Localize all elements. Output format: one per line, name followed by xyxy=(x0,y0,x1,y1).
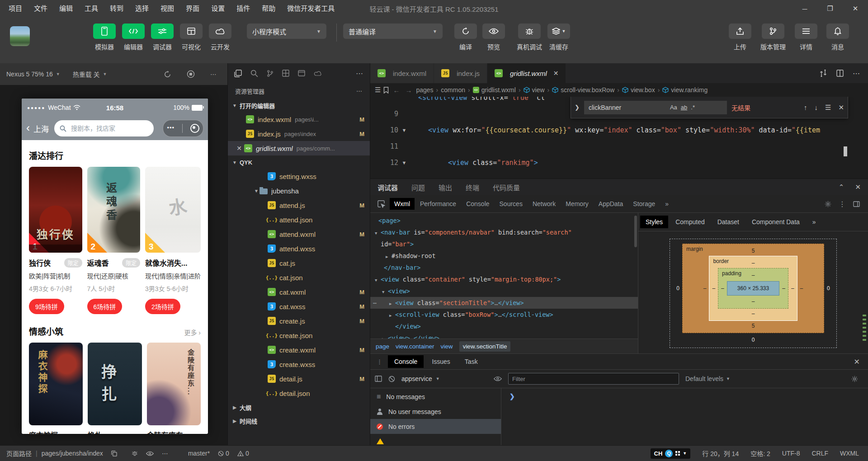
cover-image[interactable]: 独行侠 1 xyxy=(29,167,82,253)
menu-edit[interactable]: 编辑 xyxy=(53,0,79,17)
devtools-tab-wxml[interactable]: Wxml xyxy=(390,198,415,210)
outline-section[interactable]: ▶ 大纲 xyxy=(228,400,370,414)
pending-games-badge[interactable]: 2场待拼 xyxy=(145,299,180,314)
device-select[interactable]: Nexus 5 75% 16 ▼ xyxy=(0,63,66,85)
drag-handle-icon[interactable]: ⋮ xyxy=(377,358,382,365)
file-row[interactable]: cat.json xyxy=(228,270,370,285)
city-label[interactable]: 上海 xyxy=(33,123,49,134)
cloud-icon[interactable] xyxy=(314,71,322,76)
script-card[interactable]: 独行侠 1 独行侠 限定 欧美|阵营|机制 4男3女 6-7小时 9场待拼 xyxy=(29,167,82,314)
script-card[interactable]: 挣扎 挣扎 xyxy=(88,343,142,434)
compare-changes-icon[interactable] xyxy=(819,70,827,77)
devtools-tab-memory[interactable]: Memory xyxy=(561,198,593,210)
script-card[interactable]: 返魂香 2 返魂香 限定 现代|还原|硬核 7人 5小时 6场待拼 xyxy=(87,167,141,314)
collapse-icon[interactable]: ⌃ xyxy=(839,183,844,191)
devtools-tab-sources[interactable]: Sources xyxy=(495,198,527,210)
messages-button[interactable]: 消息 xyxy=(826,24,849,51)
twisty-right-icon[interactable]: ▶ xyxy=(386,251,392,263)
restart-icon[interactable] xyxy=(164,71,171,78)
split-grid-icon[interactable] xyxy=(282,70,289,77)
cover-image[interactable]: 返魂香 2 xyxy=(87,167,141,253)
filter-user-messages[interactable]: No user messages xyxy=(370,404,501,419)
remote-debug-button[interactable]: 真机调试 xyxy=(517,24,542,51)
outline-list-icon[interactable]: ☰ xyxy=(375,86,381,94)
tab-gridlist-wxml[interactable]: gridlist.wxml ✕ xyxy=(487,63,566,83)
twisty-down-icon[interactable]: ▼ xyxy=(375,274,381,286)
eye-icon[interactable] xyxy=(142,451,158,456)
file-row[interactable]: detail.json xyxy=(228,386,370,400)
hot-reload-select[interactable]: 热重载 关 ▼ xyxy=(66,63,113,85)
debug-icon[interactable] xyxy=(127,450,142,456)
input-method-indicator[interactable]: CH Q ▼ xyxy=(651,448,691,459)
fold-chevron-icon[interactable]: ▼ xyxy=(398,155,410,171)
close-icon[interactable]: ✕ xyxy=(234,145,244,152)
find-in-selection-icon[interactable]: ☰ xyxy=(825,103,831,112)
more-icon[interactable]: ⋯ xyxy=(853,69,860,78)
close-icon[interactable]: ✕ xyxy=(854,358,865,366)
console-filter-input[interactable] xyxy=(508,373,679,385)
devtools-tab-network[interactable]: Network xyxy=(528,198,560,210)
match-case-icon[interactable]: Aa xyxy=(670,104,677,111)
maximize-button[interactable]: ❐ xyxy=(817,0,843,17)
tab-code-quality[interactable]: 代码质量 xyxy=(493,183,520,192)
files-icon[interactable] xyxy=(234,70,242,77)
error-count[interactable]: 0 xyxy=(214,450,233,457)
tab-debugger[interactable]: 调试器 xyxy=(377,183,398,192)
minimize-button[interactable]: ─ xyxy=(792,0,817,17)
code-area[interactable]: <scroll-view scroll-x="true" cl 9 10▼ <v… xyxy=(370,97,868,179)
breadcrumb-item[interactable]: view.container xyxy=(396,343,434,350)
file-row[interactable]: setting.wxss xyxy=(228,169,370,183)
clear-console-icon[interactable] xyxy=(388,376,395,382)
close-icon[interactable]: ✕ xyxy=(855,183,861,191)
menu-devtools[interactable]: 微信开发者工具 xyxy=(281,0,340,17)
twisty-right-icon[interactable]: ▶ xyxy=(389,310,395,321)
file-row[interactable]: cat.wxss M xyxy=(228,299,370,314)
pending-games-badge[interactable]: 6场待拼 xyxy=(87,299,123,314)
language-mode[interactable]: WXML xyxy=(840,450,859,457)
devtools-tab-appdata[interactable]: AppData xyxy=(594,198,627,210)
visualization-toggle-button[interactable]: 可视化 xyxy=(180,24,203,51)
filter-errors[interactable]: No errors xyxy=(370,419,501,434)
breadcrumb-item[interactable]: view.box xyxy=(622,86,655,94)
project-section[interactable]: ▼ QYK xyxy=(228,155,370,169)
project-avatar[interactable] xyxy=(10,26,30,46)
close-icon[interactable]: ✕ xyxy=(553,70,559,77)
tab-task[interactable]: Task xyxy=(458,355,484,368)
menu-select[interactable]: 选择 xyxy=(129,0,155,17)
window-icon[interactable] xyxy=(298,70,305,76)
script-card[interactable]: 金陵有座东... 金陵有座东... xyxy=(147,343,201,434)
editor-toggle-button[interactable]: 编辑器 xyxy=(122,24,145,51)
menu-tools[interactable]: 工具 xyxy=(79,0,104,17)
cloud-dev-button[interactable]: 云开发 xyxy=(209,24,231,51)
devtools-tab-storage[interactable]: Storage xyxy=(628,198,660,210)
dock-side-icon[interactable] xyxy=(853,201,860,207)
git-branch-icon[interactable] xyxy=(267,70,274,77)
upload-button[interactable]: 上传 xyxy=(729,24,751,51)
breadcrumb-item[interactable]: view.rankimg xyxy=(662,86,708,94)
more-icon[interactable]: ⋯ xyxy=(210,71,217,78)
padding-box[interactable]: padding – – 360 × 25.333 – – xyxy=(718,268,788,309)
file-row[interactable]: cat.js xyxy=(228,256,370,270)
margin-box[interactable]: margin 5 – border – – xyxy=(682,244,824,333)
menu-plugins[interactable]: 插件 xyxy=(231,0,256,17)
exit-target-icon[interactable] xyxy=(190,124,199,133)
cover-image[interactable]: 麻衣神探 xyxy=(29,343,83,425)
details-button[interactable]: 详情 xyxy=(795,24,817,51)
file-row[interactable]: create.wxss xyxy=(228,357,370,372)
file-row[interactable]: attend.wxss xyxy=(228,241,370,256)
script-card[interactable]: 水 3 就像水消失... 现代|情感|亲情|进阶 3男3女 5-6小时 2场待拼 xyxy=(145,167,201,314)
more-icon[interactable]: ⋯ xyxy=(158,450,172,457)
selected-element-row[interactable]: ⋯▶<view class="sectionTitle">…</view> xyxy=(370,297,638,309)
devtools-tab-performance[interactable]: Performance xyxy=(415,198,461,210)
debugger-toggle-button[interactable]: 调试器 xyxy=(151,24,174,51)
pending-games-badge[interactable]: 9场待拼 xyxy=(29,299,64,314)
compile-mode-select[interactable]: 普通编译 ▼ xyxy=(343,24,443,39)
cover-image[interactable]: 金陵有座东... xyxy=(147,343,201,425)
clear-cache-button[interactable]: ▼ 清缓存 xyxy=(547,24,570,51)
tab-component-data[interactable]: Component Data xyxy=(746,216,805,228)
stop-icon[interactable] xyxy=(187,70,195,78)
menu-view[interactable]: 视图 xyxy=(155,0,180,17)
breadcrumb-item[interactable]: pages xyxy=(416,86,433,94)
open-editor-item-active[interactable]: ✕ gridlist.wxml pages/comm... xyxy=(228,141,370,155)
find-input[interactable]: Aa ab .* xyxy=(584,101,727,114)
